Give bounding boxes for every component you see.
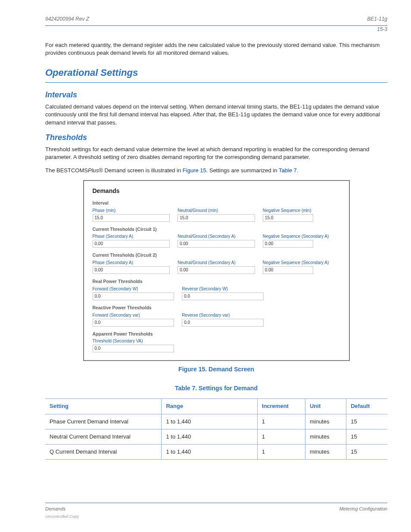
input-apparent-thr[interactable]: 0.0 (93, 345, 174, 352)
th-unit: Unit (305, 399, 346, 414)
figure-link[interactable]: Figure 15 (183, 167, 206, 174)
intro-paragraph: For each metered quantity, the demand re… (45, 41, 387, 57)
label-reactive-fwd: Forward (Secondary var) (93, 312, 174, 318)
table-header-row: Setting Range Increment Unit Default (45, 399, 387, 414)
label-real-rev: Reverse (Secondary W) (182, 286, 264, 292)
page-header: 9424200994 Rev Z BE1-11g (45, 16, 387, 23)
panel-title: Demands (93, 187, 340, 196)
label-real-fwd: Forward (Secondary W) (93, 286, 174, 292)
th-default: Default (346, 399, 387, 414)
demands-screenshot: Demands Interval Phase (min) 15.0 Neutra… (83, 180, 350, 361)
label-interval-neg: Negative Sequence (min) (263, 208, 340, 214)
label-ct2-phase: Phase (Secondary A) (93, 260, 170, 266)
table-row: Phase Current Demand Interval 1 to 1,440… (45, 414, 387, 429)
intervals-paragraph: Calculated demand values depend on the i… (45, 103, 387, 127)
input-ct2-neg[interactable]: 0.00 (263, 266, 313, 274)
input-interval-ng[interactable]: 15.0 (177, 214, 255, 222)
input-interval-phase[interactable]: 15.0 (93, 214, 170, 222)
label-ct2-neg: Negative Sequence (Secondary A) (263, 260, 340, 266)
subsection-intervals-heading: Intervals (45, 90, 387, 100)
input-reactive-rev[interactable]: 0.0 (182, 319, 264, 327)
subsection-thresholds-heading: Thresholds (45, 132, 387, 143)
th-setting: Setting (45, 399, 162, 414)
label-ct2-ng: Neutral/Ground (Secondary A) (177, 260, 255, 266)
group-interval: Interval (93, 200, 340, 206)
input-ct2-phase[interactable]: 0.00 (93, 266, 170, 274)
input-ct2-ng[interactable]: 0.00 (177, 266, 255, 274)
page-number: 15-3 (377, 26, 387, 33)
thresholds-paragraph: Threshold settings for each demand value… (45, 146, 387, 161)
group-reactive: Reactive Power Thresholds (93, 305, 340, 311)
table-link[interactable]: Table 7 (279, 167, 297, 174)
section-heading: Operational Settings (45, 66, 387, 80)
input-ct1-ng[interactable]: 0.00 (177, 240, 255, 248)
label-apparent-thr: Threshold (Secondary VA) (93, 338, 174, 344)
group-ct1: Current Thresholds (Circuit 1) (93, 226, 340, 233)
input-ct1-neg[interactable]: 0.00 (263, 240, 313, 248)
footer-sub: Uncontrolled Copy (45, 513, 387, 519)
label-interval-phase: Phase (min) (93, 208, 170, 214)
label-ct1-neg: Negative Sequence (Secondary A) (263, 233, 340, 240)
footer-left: Demands (45, 506, 65, 512)
table-row: Neutral Current Demand Interval 1 to 1,4… (45, 429, 387, 444)
figure-caption: Figure 15. Demand Screen (45, 365, 387, 374)
figure-ref-paragraph: The BESTCOMSPlus® Demand screen is illus… (45, 167, 387, 174)
label-reactive-rev: Reverse (Secondary var) (182, 312, 264, 318)
group-real: Real Power Thresholds (93, 278, 340, 285)
input-interval-neg[interactable]: 15.0 (263, 214, 313, 222)
input-real-rev[interactable]: 0.0 (182, 292, 264, 300)
input-reactive-fwd[interactable]: 0.0 (93, 319, 174, 327)
input-ct1-phase[interactable]: 0.00 (93, 240, 170, 248)
footer-rule (45, 503, 387, 503)
section-rule (45, 82, 387, 83)
footer-right: Metering Configuration (339, 506, 387, 512)
input-real-fwd[interactable]: 0.0 (93, 292, 174, 300)
label-ct1-phase: Phase (Secondary A) (93, 233, 170, 240)
th-increment: Increment (257, 399, 305, 414)
table-caption: Table 7. Settings for Demand (45, 384, 387, 393)
th-range: Range (162, 399, 257, 414)
settings-table: Setting Range Increment Unit Default Pha… (45, 398, 387, 460)
page-footer: Demands Metering Configuration Uncontrol… (45, 503, 387, 519)
header-left: 9424200994 Rev Z (45, 16, 89, 23)
group-apparent: Apparent Power Thresholds (93, 331, 340, 337)
label-interval-ng: Neutral/Ground (min) (177, 208, 255, 214)
table-row: Q Current Demand Interval 1 to 1,440 1 m… (45, 444, 387, 459)
group-ct2: Current Thresholds (Circuit 2) (93, 252, 340, 258)
label-ct1-ng: Neutral/Ground (Secondary A) (177, 233, 255, 240)
header-right: BE1-11g (367, 16, 387, 23)
